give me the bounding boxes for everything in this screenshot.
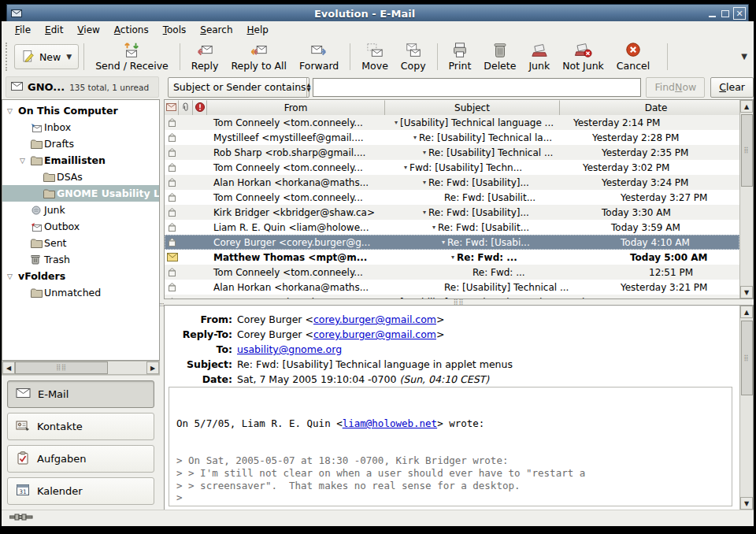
toolbar-grip[interactable] [6,43,11,71]
scroll-down-arrow-icon[interactable]: ▼ [740,497,753,510]
switcher-aufgaben-button[interactable]: Aufgaben [7,445,154,473]
switcher-e-mail-button[interactable]: E-Mail [7,380,154,408]
thread-expander-icon[interactable]: ▾ [423,179,426,186]
email-link[interactable]: corey.burger@gmail.com [313,328,436,340]
minimize-button[interactable] [706,8,717,19]
importance-column-header[interactable] [193,100,207,115]
email-link[interactable]: corey.burger@gmail.com [313,313,436,325]
menu-view[interactable]: View [70,23,106,37]
scroll-down-arrow-icon[interactable]: ▼ [740,286,753,299]
not-junk-button[interactable]: Not Junk [556,39,610,75]
scroll-left-arrow-icon[interactable]: ◀ [2,362,15,374]
reply-button[interactable]: Reply [185,39,225,75]
read-envelope-icon [165,192,209,202]
folder-label: vFolders [18,270,65,282]
thread-expander-icon[interactable]: ▾ [442,239,445,246]
online-status-plug-icon[interactable] [9,513,33,524]
folder-item-sent[interactable]: Sent [2,235,159,251]
thread-expander-icon[interactable]: ▾ [395,119,398,126]
thread-expander-icon[interactable]: ▾ [432,224,435,231]
menu-edit[interactable]: Edit [38,23,70,37]
date-column-header[interactable]: Date▲ [560,100,753,115]
toolbar-overflow-arrow-icon[interactable]: ▼ [741,52,747,61]
account-folder-button[interactable]: GNO... 135 total, 1 unread [6,76,159,98]
cancel-button[interactable]: Cancel [610,39,656,75]
menu-help[interactable]: Help [239,23,275,37]
thread-expander-icon[interactable]: ▾ [451,254,454,261]
switcher-kalender-button[interactable]: 31Kalender [7,477,154,505]
new-dropdown-arrow-icon[interactable]: ▼ [66,53,72,61]
expander-icon[interactable]: ▽ [7,273,18,280]
search-input[interactable] [313,78,642,97]
expander-icon[interactable]: ▽ [20,157,31,165]
menu-file[interactable]: File [8,23,38,37]
message-row[interactable]: Rob Sharp <rob.sharp@gmail....▾Re: [Usab… [165,145,739,160]
copy-button[interactable]: Copy [395,39,432,75]
sidebar-horizontal-scrollbar[interactable]: ◀ ⣿⣿ ▶ [2,361,160,375]
message-rows: Tom Conneely <tom.conneely...▾[Usability… [165,115,739,299]
new-button[interactable]: New ▼ [14,44,79,69]
message-row[interactable]: Alan Horkan <horkana@maths...▾Re: Fwd: [… [165,175,739,190]
delete-button[interactable]: Delete [477,39,522,75]
subject-column-header[interactable]: Subject [385,100,560,115]
email-link[interactable]: liam@holoweb.net [343,417,437,429]
move-button[interactable]: Move [355,39,395,75]
switcher-kontakte-button[interactable]: Kontakte [7,413,154,440]
title-bar[interactable]: Evolution - E-Mail ✕ [6,4,749,22]
scroll-right-arrow-icon[interactable]: ▶ [146,362,159,374]
pane-splitter-horizontal[interactable]: ⣿⣿ [164,299,754,305]
send-receive-button[interactable]: Send / Receive [89,39,175,75]
menu-actions[interactable]: Actions [107,23,156,37]
thread-expander-icon[interactable]: ▾ [404,164,407,171]
scroll-up-arrow-icon[interactable]: ▲ [740,100,753,113]
folder-item-vfolders[interactable]: ▽vFolders [2,268,159,284]
folder-item-dsas[interactable]: DSAs [2,169,159,185]
scrollbar-thumb[interactable]: ⣿⣿ [15,362,108,374]
email-link[interactable]: usability@gnome.org [237,343,342,355]
message-row[interactable]: Matthew Thomas <mpt@m...▾Re: Fwd: ...Tod… [165,250,739,265]
maximize-button[interactable] [720,8,731,19]
message-row[interactable]: Liam R. E. Quin <liam@holowe...▾Re: Fwd:… [165,220,739,235]
message-status-column-header[interactable] [165,100,179,115]
expander-icon[interactable]: ▽ [7,107,18,115]
message-row[interactable]: Jason Hoover <jasonhoover@ya...▾[Usabili… [165,295,739,299]
folder-item-drafts[interactable]: Drafts [2,135,159,152]
menu-search[interactable]: Search [193,23,239,37]
forward-button[interactable]: Forward [293,39,345,75]
thread-expander-icon[interactable]: ▾ [423,209,426,216]
reply-to-all-button[interactable]: Reply to All [224,39,293,75]
folder-item-on-this-computer[interactable]: ▽On This Computer [2,102,159,119]
folder-item-unmatched[interactable]: Unmatched [2,284,159,301]
folder-item-emaillisten[interactable]: ▽Emaillisten [2,152,159,169]
message-row[interactable]: Mystilleef <mystilleef@gmail....▾Re: [Us… [165,130,739,145]
folder-item-outbox[interactable]: Outbox [2,218,159,235]
inbox-icon [31,123,44,132]
message-row[interactable]: Tom Conneely <tom.conneely...▾[Usability… [165,115,739,130]
message-row[interactable]: Tom Conneely <tom.conneely...▾Fwd: [Usab… [165,160,739,175]
attachment-column-header[interactable] [179,100,193,115]
search-scope-dropdown[interactable]: Subject or Sender contains ▲▼ [168,77,309,98]
message-row[interactable]: Alan Horkan <horkana@maths...Re: [Usabil… [165,280,739,295]
folder-item-inbox[interactable]: Inbox [2,119,159,135]
thread-expander-icon[interactable]: ▾ [413,134,417,141]
folder-item-trash[interactable]: Trash [2,251,159,268]
message-row[interactable]: Corey Burger <corey.burger@g...▾Re: Fwd:… [165,235,739,250]
folder-item-junk[interactable]: Junk [2,202,159,218]
preview-scrollbar[interactable]: ▲ ⣿ ▼ [739,306,753,510]
window-app-icon [10,9,23,18]
scroll-up-arrow-icon[interactable]: ▲ [740,306,753,318]
quoted-line: > On Sat, 2005-05-07 at 18:30 -0700, Kir… [176,454,732,467]
junk-button[interactable]: Junk [522,39,556,75]
folder-item-gnome-usability-l[interactable]: GNOME Usability L [2,185,159,202]
from-column-header[interactable]: From [207,100,385,115]
message-row[interactable]: Tom Conneely <tom.conneely...Re: Fwd: ..… [165,265,739,280]
message-list-scrollbar[interactable]: ▲ ⣿ ▼ [739,100,753,299]
message-row[interactable]: Tom Conneely <tom.conneely...Re: Fwd: [U… [165,190,739,205]
message-row[interactable]: Kirk Bridger <kbridger@shaw.ca>▾Re: Fwd:… [165,205,739,220]
close-button[interactable]: ✕ [733,7,746,20]
menu-tools[interactable]: Tools [156,23,194,37]
thread-expander-icon[interactable]: ▾ [423,149,426,156]
find-now-button[interactable]: Find Now [646,77,705,98]
clear-button[interactable]: Clear [710,77,754,98]
print-button[interactable]: Print [443,39,478,75]
